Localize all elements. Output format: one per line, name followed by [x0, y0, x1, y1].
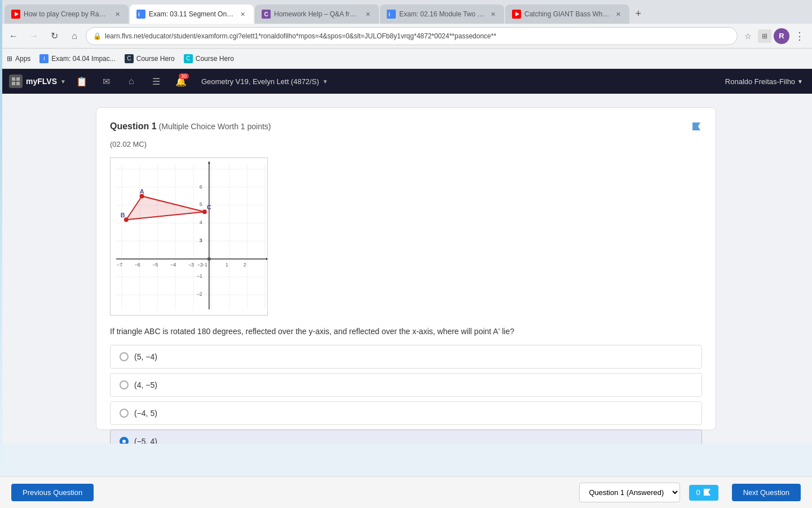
tab-2-favicon: i [136, 10, 145, 19]
new-tab-button[interactable]: + [630, 6, 646, 21]
nav-right: ☆ ⊞ R ⋮ [740, 28, 807, 44]
tab-2-close[interactable]: ✕ [238, 10, 247, 19]
tab-5-close[interactable]: ✕ [614, 10, 623, 19]
svg-text:−6: −6 [135, 262, 140, 268]
svg-text:i: i [389, 11, 390, 17]
radio-2 [120, 380, 129, 389]
tab-4-favicon: i [387, 10, 396, 19]
svg-text:B: B [121, 212, 125, 218]
graph-container: −7 −6 −5 −4 −3 −2 −1 1 2 6 5 4 3 3 −1 −2 [110, 157, 268, 316]
question-card: Question 1 (Multiple Choice Worth 1 poin… [96, 107, 716, 430]
coursehero1-favicon-icon: C [125, 54, 134, 63]
bookmark-coursehero1[interactable]: C Course Hero [125, 54, 175, 63]
user-name-nav[interactable]: Ronaldo Freitas-Filho ▼ [725, 77, 803, 86]
tab-bar: How to play Creep by Radiohead ✕ i Exam:… [0, 0, 812, 24]
address-bar[interactable]: 🔒 learn.flvs.net/educator/student/examfo… [86, 27, 738, 45]
svg-text:−2: −2 [197, 291, 202, 297]
svg-text:−1: −1 [197, 273, 202, 279]
main-content: Question 1 (Multiple Choice Worth 1 poin… [0, 94, 812, 444]
tab-2[interactable]: i Exam: 03.11 Segment One Exam... ✕ [130, 5, 254, 24]
previous-question-button[interactable]: Previous Question [11, 484, 94, 501]
svg-marker-5 [515, 12, 519, 16]
flag-count-number: 0 [696, 488, 700, 497]
bookmark-exam[interactable]: i Exam: 04.04 Impac... [39, 54, 115, 63]
nav-menu-icon[interactable]: ☰ [147, 72, 165, 90]
bottom-bar: Previous Question Question 1 (Answered) … [0, 476, 812, 508]
svg-marker-29 [266, 258, 267, 260]
answer-label-2: (4, −5) [134, 380, 157, 389]
tab-3-favicon: C [262, 10, 271, 19]
answer-option-1[interactable]: (5, −4) [110, 345, 702, 369]
radio-3 [120, 409, 129, 418]
tab-1-close[interactable]: ✕ [113, 10, 122, 19]
back-button[interactable]: ← [5, 27, 23, 45]
bookmark-apps[interactable]: ⊞ Apps [7, 55, 30, 63]
svg-text:−5: −5 [152, 262, 158, 268]
myflvs-dropdown-icon: ▼ [60, 78, 66, 85]
notification-badge: 30 [179, 73, 189, 79]
svg-text:2: 2 [244, 262, 246, 268]
answer-option-2[interactable]: (4, −5) [110, 373, 702, 397]
bookmark-coursehero2[interactable]: C Course Hero [184, 54, 234, 63]
forward-button[interactable]: → [25, 27, 43, 45]
reload-button[interactable]: ↻ [45, 27, 63, 45]
svg-text:4: 4 [200, 220, 202, 225]
bookmark-coursehero2-label: Course Hero [196, 55, 234, 63]
myflvs-logo[interactable]: myFLVS ▼ [9, 75, 66, 88]
app-nav: myFLVS ▼ 📋 ✉ ⌂ ☰ 🔔 30 Geometry V19, Evel… [0, 69, 812, 94]
svg-text:5: 5 [200, 202, 202, 207]
question-selector[interactable]: Question 1 (Answered) [579, 483, 680, 502]
profile-extension-icon[interactable]: ⊞ [758, 29, 771, 43]
tab-4[interactable]: i Exam: 02.16 Module Two Exam... ✕ [380, 5, 504, 24]
tab-4-close[interactable]: ✕ [488, 10, 497, 19]
svg-text:6: 6 [200, 184, 202, 190]
tab-4-title: Exam: 02.16 Module Two Exam... [399, 10, 485, 18]
radio-4-dot [122, 440, 126, 443]
svg-text:A: A [140, 188, 144, 195]
svg-text:−1: −1 [202, 262, 208, 268]
bookmark-coursehero1-label: Course Hero [136, 55, 175, 63]
lock-icon: 🔒 [93, 32, 102, 40]
nav-bar: ← → ↻ ⌂ 🔒 learn.flvs.net/educator/studen… [0, 24, 812, 49]
menu-button[interactable]: ⋮ [792, 28, 807, 44]
nav-message-icon[interactable]: ✉ [98, 72, 116, 90]
user-name-text: Ronaldo Freitas-Filho [725, 77, 795, 86]
myflvs-logo-icon [9, 75, 23, 88]
bookmark-star-icon[interactable]: ☆ [740, 28, 756, 44]
answer-option-4[interactable]: (−5, 4) [110, 430, 702, 444]
myflvs-label: myFLVS [26, 77, 57, 86]
radio-4 [120, 437, 129, 444]
svg-point-54 [208, 257, 211, 261]
radio-1 [120, 352, 129, 361]
url-text: learn.flvs.net/educator/student/examform… [105, 32, 730, 40]
tab-1-title: How to play Creep by Radiohead [24, 10, 109, 18]
tab-5[interactable]: Catching GIANT Bass While Fish... ✕ [505, 5, 629, 24]
svg-text:3: 3 [200, 238, 202, 243]
bookmarks-bar: ⊞ Apps i Exam: 04.04 Impac... C Course H… [0, 49, 812, 69]
course-selector[interactable]: Geometry V19, Evelyn Lett (4872/S) ▼ [197, 75, 333, 88]
nav-home-icon[interactable]: ⌂ [122, 72, 140, 90]
apps-grid-icon: ⊞ [7, 55, 12, 63]
flag-button[interactable] [691, 121, 702, 135]
tab-3-close[interactable]: ✕ [363, 10, 372, 19]
answer-option-3[interactable]: (−4, 5) [110, 401, 702, 425]
svg-rect-9 [16, 82, 20, 85]
answer-label-3: (−4, 5) [134, 409, 157, 418]
tab-3[interactable]: C Homework Help – Q&A from On... ✕ [255, 5, 379, 24]
user-profile-button[interactable]: R [774, 28, 789, 44]
nav-notification-button[interactable]: 🔔 30 [172, 72, 190, 90]
svg-text:C: C [207, 204, 211, 211]
nav-book-icon[interactable]: 📋 [73, 72, 91, 90]
next-question-button[interactable]: Next Question [732, 484, 801, 501]
svg-text:−3: −3 [188, 262, 194, 268]
flag-count-badge: 0 [689, 485, 718, 501]
question-code: (02.02 MC) [110, 140, 702, 148]
tab-5-favicon [512, 10, 521, 19]
svg-marker-0 [15, 12, 19, 16]
question-title-block: Question 1 (Multiple Choice Worth 1 poin… [110, 121, 271, 132]
home-button[interactable]: ⌂ [65, 27, 83, 45]
tab-1[interactable]: How to play Creep by Radiohead ✕ [5, 5, 129, 24]
tab-2-title: Exam: 03.11 Segment One Exam... [149, 10, 235, 18]
svg-rect-6 [12, 77, 15, 81]
answer-label-1: (5, −4) [134, 352, 157, 361]
